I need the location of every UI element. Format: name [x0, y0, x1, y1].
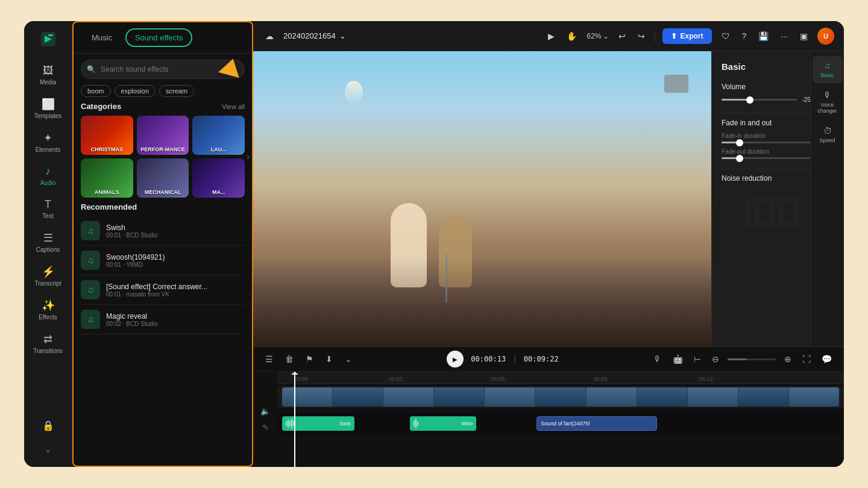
categories-section: Categories View all CHRISTMAS PERFOR-MAN…	[74, 102, 252, 202]
zoom-out-btn[interactable]: ⊖	[709, 352, 722, 366]
sound-icon-1: ♫	[81, 251, 100, 270]
speed-icon: ⏱	[823, 126, 832, 136]
microphone-btn[interactable]: 🎙	[651, 352, 664, 366]
timeline-list-btn[interactable]: ☰	[263, 352, 275, 366]
zoom-slider[interactable]	[728, 358, 776, 360]
categories-title: Categories	[81, 102, 121, 111]
timeline-content: 🔈 ✎ 00:00 00:03 00:06 00:09 00:12	[253, 372, 844, 467]
audio-icon: ♪	[45, 165, 51, 178]
timeline-right-controls: 🎙 🤖 ⊢ ⊖ ⊕ ⛶ 💬	[651, 352, 834, 366]
tag-boom[interactable]: boom	[81, 85, 111, 97]
export-label: Export	[681, 32, 703, 40]
timeline-flag-btn[interactable]: ⚑	[303, 352, 316, 366]
zoom-chevron-icon: ⌄	[603, 32, 609, 40]
volume-tool[interactable]: 🔈	[260, 407, 270, 416]
sidebar-label-audio: Audio	[40, 180, 56, 186]
project-name[interactable]: 202402021654 ⌄	[283, 31, 346, 40]
right-tab-basic[interactable]: ♫ Basic	[813, 56, 843, 83]
lock-icon: 🔒	[37, 415, 59, 436]
categories-header: Categories View all	[81, 102, 245, 111]
panel-tags: boom explosion scream	[74, 85, 252, 102]
category-launch[interactable]: LAU...	[192, 116, 245, 155]
audio-clip-fart[interactable]: Sound of fart(24075!	[536, 416, 657, 431]
play-button[interactable]: ▶	[447, 351, 464, 368]
right-tab-basic-label: Basic	[820, 72, 834, 78]
sound-item-2[interactable]: ♫ [Sound effect] Correct answer... 00:01…	[81, 275, 245, 305]
redo-btn[interactable]: ↪	[635, 29, 647, 43]
sidebar-item-transcript[interactable]: ⚡ Transcript	[28, 260, 69, 292]
sidebar-item-elements[interactable]: ✦ Elements	[28, 127, 69, 158]
category-mechanical[interactable]: MECHANICAL	[137, 158, 189, 198]
right-tab-voice-changer[interactable]: 🎙 Voice changer	[813, 86, 843, 119]
view-all-link[interactable]: View all	[222, 103, 245, 110]
sound-item-3[interactable]: ♫ Magic reveal 00:02 · BCD Studio	[81, 305, 245, 334]
ai-btn[interactable]: 🤖	[670, 352, 685, 366]
sound-name-0: Swish	[106, 224, 245, 232]
timeline-ruler: 00:00 00:03 00:06 00:09 00:12	[277, 372, 844, 384]
zoom-control[interactable]: 62% ⌄	[587, 32, 608, 40]
sidebar-item-effects[interactable]: ✨ Effects	[28, 294, 69, 325]
category-label: CHRISTMAS	[91, 146, 124, 152]
category-christmas[interactable]: CHRISTMAS	[81, 116, 133, 155]
comment-btn[interactable]: 💬	[819, 352, 834, 366]
media-icon: 🖼	[43, 64, 54, 77]
tag-scream[interactable]: scream	[159, 85, 194, 97]
sound-item-1[interactable]: ♫ Swoosh(1094921) 00:01 · Y8MD	[81, 246, 245, 275]
sidebar-item-audio[interactable]: ♪ Audio	[28, 160, 69, 191]
video-track-clip[interactable]	[282, 387, 839, 407]
sidebar-label-captions: Captions	[36, 246, 60, 253]
more-btn[interactable]: ···	[778, 29, 790, 43]
audio-clip-woo[interactable]: Woo	[410, 416, 476, 431]
shield-btn[interactable]: 🛡	[719, 29, 732, 43]
save-btn[interactable]: 💾	[756, 29, 771, 43]
export-button[interactable]: ⬆ Export	[662, 28, 712, 44]
category-animals[interactable]: ANIMALS	[81, 158, 133, 198]
capcut-logo	[742, 195, 814, 231]
zoom-in-btn[interactable]: ⊕	[782, 352, 794, 366]
sound-meta-2: 00:01 · masato from VK	[106, 291, 245, 298]
sidebar-label-transcript: Transcript	[34, 280, 61, 287]
tag-explosion[interactable]: explosion	[115, 85, 156, 97]
volume-slider[interactable]	[722, 99, 797, 101]
timeline-dropdown-btn[interactable]: ⌄	[342, 352, 354, 366]
user-avatar[interactable]: U	[817, 28, 834, 45]
audio-clip-label-1: Swis	[339, 421, 351, 427]
tab-music[interactable]: Music	[83, 30, 121, 46]
split-btn[interactable]: ⊢	[691, 352, 703, 366]
sidebar-item-templates[interactable]: ⬜ Templates	[28, 93, 69, 124]
sidebar-item-text[interactable]: T Text	[28, 193, 69, 224]
svg-rect-2	[748, 201, 772, 225]
playhead[interactable]	[294, 372, 295, 467]
category-performance[interactable]: PERFOR-MANCE	[137, 116, 189, 155]
upload-btn[interactable]: ☁	[263, 29, 276, 43]
undo-btn[interactable]: ↩	[616, 29, 628, 43]
sidebar-item-captions[interactable]: ☰ Captions	[28, 227, 69, 258]
svg-rect-1	[48, 34, 53, 36]
sidebar-item-media[interactable]: 🖼 Media	[28, 60, 69, 90]
timeline-delete-btn[interactable]: 🗑	[283, 352, 296, 366]
sound-item-0[interactable]: ♫ Swish 00:01 · BCD Studio	[81, 216, 245, 246]
video-track-bg	[277, 386, 844, 408]
export-icon: ⬆	[671, 32, 677, 40]
play-control-btn[interactable]: ▶	[546, 29, 557, 43]
edit-tool[interactable]: ✎	[262, 423, 269, 432]
hand-tool-btn[interactable]: ✋	[564, 29, 579, 43]
sidebar-label-text: Text	[42, 213, 53, 219]
layout-btn[interactable]: ▣	[797, 29, 810, 43]
sound-name-1: Swoosh(1094921)	[106, 253, 245, 261]
categories-chevron[interactable]: ›	[247, 152, 250, 161]
dropdown-chevron-icon: ⌄	[339, 31, 346, 40]
help-btn[interactable]: ?	[740, 29, 749, 43]
tab-sound-effects[interactable]: Sound effects	[125, 28, 192, 47]
right-tab-speed[interactable]: ⏱ Speed	[813, 121, 843, 148]
sound-meta-0: 00:01 · BCD Studio	[106, 232, 245, 239]
audio-clip-swish[interactable]: Swis	[282, 416, 354, 431]
sidebar-collapse[interactable]: ⌄	[28, 439, 69, 460]
timeline-controls: ☰ 🗑 ⚑ ⬇ ⌄ ▶ 00:00:13 | 00:09:22 🎙 🤖 ⊢ ⊖	[253, 347, 844, 372]
fullscreen-btn[interactable]: ⛶	[800, 352, 813, 366]
category-magic[interactable]: MA...	[192, 158, 245, 198]
sidebar-item-transitions[interactable]: ⇄ Transitions	[28, 328, 69, 359]
category-label: LAU...	[211, 146, 227, 152]
app-logo	[37, 28, 59, 50]
timeline-download-btn[interactable]: ⬇	[323, 352, 335, 366]
